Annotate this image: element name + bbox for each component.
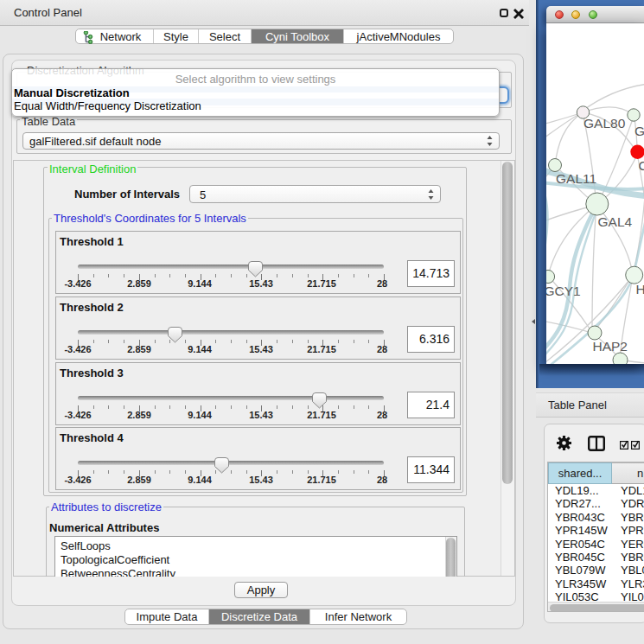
svg-text:GAL4: GAL4 bbox=[598, 214, 633, 229]
svg-text:GA: GA bbox=[634, 124, 644, 138]
svg-text:GAL80: GAL80 bbox=[583, 116, 626, 131]
svg-text:CY: CY bbox=[639, 158, 644, 173]
svg-text:GAL11: GAL11 bbox=[556, 171, 596, 186]
svg-text:H: H bbox=[636, 282, 644, 296]
svg-text:HAP2: HAP2 bbox=[593, 339, 628, 354]
svg-text:GCY1: GCY1 bbox=[546, 284, 581, 298]
